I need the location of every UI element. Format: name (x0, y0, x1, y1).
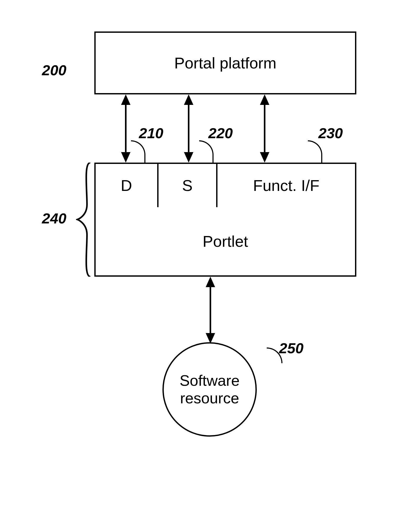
architecture-diagram: Portal platform 200 210 220 230 D S Func… (26, 31, 393, 477)
s-label: S (182, 176, 193, 195)
ref-240: 240 (42, 210, 66, 227)
leader-230 (308, 140, 322, 163)
funct-if-box: Funct. I/F (216, 163, 356, 208)
portlet-label: Portlet (203, 232, 248, 250)
software-resource-circle: Software resource (162, 342, 257, 437)
funct-label: Funct. I/F (253, 176, 319, 195)
ref-210: 210 (139, 125, 163, 142)
portal-platform-label: Portal platform (174, 54, 276, 72)
d-box: D (94, 163, 157, 208)
d-label: D (121, 176, 132, 195)
ref-220: 220 (208, 125, 233, 142)
leader-210 (131, 140, 145, 163)
s-box: S (157, 163, 216, 208)
interface-row: D S Funct. I/F (94, 163, 356, 208)
portlet-box: Portlet (94, 207, 356, 277)
ref-250: 250 (279, 340, 303, 357)
brace-icon (76, 163, 92, 277)
portal-platform-box: Portal platform (94, 31, 356, 94)
ref-230: 230 (318, 125, 343, 142)
ref-200: 200 (42, 62, 66, 79)
software-resource-label: Software resource (164, 372, 255, 407)
leader-220 (199, 140, 214, 163)
